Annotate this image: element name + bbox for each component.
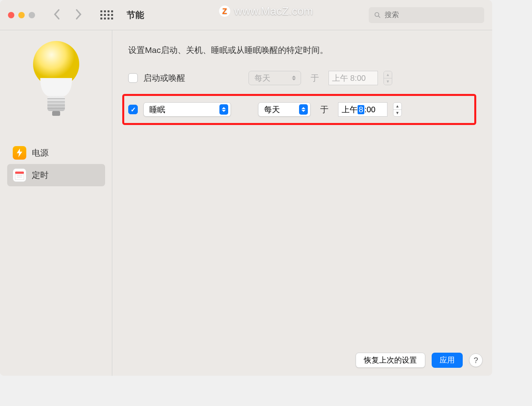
svg-rect-8 <box>52 111 60 116</box>
watermark-text: www.MacZ.com <box>234 5 313 18</box>
sidebar-item-schedule[interactable]: 定时 <box>7 164 105 186</box>
restore-button[interactable]: 恢复上次的设置 <box>356 353 425 368</box>
maximize-window-button <box>29 12 35 18</box>
stepper-down-icon[interactable]: ▼ <box>393 110 401 117</box>
startup-label: 启动或唤醒 <box>143 72 243 84</box>
chevron-updown-icon <box>289 73 298 83</box>
search-input[interactable] <box>385 11 479 19</box>
svg-rect-10 <box>15 174 24 180</box>
footer: 恢复上次的设置 应用 ? <box>356 353 483 368</box>
svg-line-1 <box>379 16 380 18</box>
watermark: Z www.MacZ.com <box>219 5 313 18</box>
startup-frequency-dropdown: 每天 <box>248 71 301 85</box>
stepper-up-icon: ▲ <box>384 71 392 78</box>
sidebar-item-power[interactable]: 电源 <box>7 142 105 164</box>
lightbulb-icon <box>28 38 84 122</box>
bolt-icon <box>13 146 26 160</box>
startup-time-stepper: ▲ ▼ <box>383 71 392 85</box>
sidebar: 电源 定时 <box>0 30 112 376</box>
at-label: 于 <box>320 104 329 115</box>
startup-row: 启动或唤醒 每天 于 上午 8:00 ▲ ▼ <box>128 69 476 87</box>
startup-time-field: 上午 8:00 <box>329 71 378 85</box>
sidebar-item-label: 定时 <box>32 170 49 181</box>
apply-button[interactable]: 应用 <box>432 353 463 368</box>
chevron-updown-icon <box>219 104 228 115</box>
sleep-action-dropdown[interactable]: 睡眠 <box>143 102 231 117</box>
sleep-checkbox[interactable] <box>128 105 138 114</box>
content-area: 设置Mac启动、关机、睡眠或从睡眠唤醒的特定时间。 启动或唤醒 每天 于 上午 … <box>112 30 492 376</box>
svg-rect-9 <box>15 172 24 174</box>
forward-button[interactable] <box>75 9 83 21</box>
sleep-time-field[interactable]: 上午8:00 <box>338 102 387 117</box>
minimize-window-button[interactable] <box>18 12 25 18</box>
svg-rect-3 <box>47 96 65 111</box>
description-text: 设置Mac启动、关机、睡眠或从睡眠唤醒的特定时间。 <box>128 45 476 56</box>
help-button[interactable]: ? <box>469 353 483 367</box>
traffic-lights <box>8 12 35 18</box>
close-window-button[interactable] <box>8 12 14 18</box>
back-button[interactable] <box>53 9 61 21</box>
sleep-row: 睡眠 每天 于 上午8:00 ▲ ▼ <box>122 94 476 125</box>
stepper-up-icon[interactable]: ▲ <box>393 103 401 110</box>
show-all-icon[interactable] <box>100 10 113 20</box>
stepper-down-icon: ▼ <box>384 78 392 85</box>
calendar-icon <box>13 168 26 182</box>
sleep-frequency-dropdown[interactable]: 每天 <box>258 102 311 117</box>
sleep-time-stepper[interactable]: ▲ ▼ <box>393 102 402 117</box>
svg-point-0 <box>375 12 379 16</box>
startup-checkbox[interactable] <box>128 73 138 83</box>
at-label: 于 <box>311 72 319 84</box>
window-title: 节能 <box>127 9 144 21</box>
chevron-updown-icon <box>299 104 308 115</box>
sidebar-item-label: 电源 <box>32 147 49 158</box>
watermark-badge-icon: Z <box>219 6 230 17</box>
search-box[interactable] <box>369 7 484 23</box>
search-icon <box>374 12 381 19</box>
